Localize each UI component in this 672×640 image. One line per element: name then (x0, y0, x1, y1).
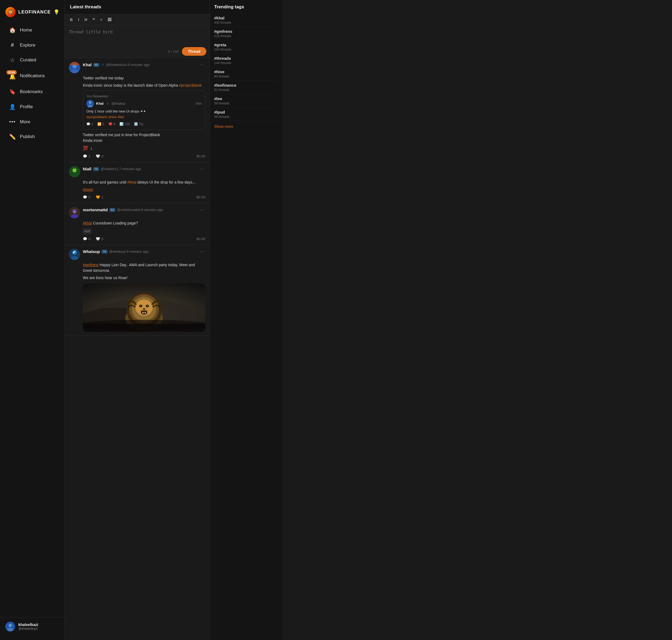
lightbulb-icon[interactable]: 💡 (54, 9, 59, 15)
sidebar-item-label: More (20, 119, 30, 125)
trending-item[interactable]: #gmfrens 216 threads (214, 27, 278, 40)
sidebar-item-label: Profile (20, 104, 33, 110)
svg-point-32 (147, 305, 148, 307)
compose-box: B I H ❝ ≡ 🖼 0 / 240 Thread (64, 14, 210, 58)
post-rep: 80 (93, 63, 99, 67)
trending-item[interactable]: #lpud 48 threads (214, 108, 278, 121)
sidebar-item-bookmarks[interactable]: 🔖 Bookmarks (3, 85, 62, 99)
tweet-time: 54m (196, 101, 202, 106)
like-button[interactable]: 🤍 0 (96, 154, 103, 158)
sidebar-item-label: Curated (20, 57, 36, 63)
trending-count: 216 threads (214, 34, 278, 38)
toolbar-heading[interactable]: H (82, 16, 89, 23)
sidebar-item-label: Publish (20, 134, 35, 140)
sidebar-item-home[interactable]: 🏠 Home (3, 23, 62, 37)
trending-count: 48 threads (214, 115, 278, 119)
toolbar-italic[interactable]: I (76, 16, 81, 23)
post-rep: 74 (93, 167, 99, 171)
cnt-image: ▪cnt (83, 228, 91, 234)
post-meta: Whatsup 76 @whatsup·9 minutes ago ··· (83, 249, 205, 254)
post-more-button[interactable]: ··· (199, 249, 205, 254)
sidebar-item-label: Home (20, 27, 32, 33)
khal-link[interactable]: #khal (127, 180, 136, 184)
comment-button[interactable]: 💬 1 (83, 154, 90, 158)
tweet-header: Khal ✓ @khalkaz 54m (86, 100, 202, 107)
sidebar-item-curated[interactable]: ☆ Curated (3, 53, 62, 67)
tweet-handle: @khalkaz (111, 101, 125, 106)
post-body: #gmfrens Happy Lion Day.. AMA and Launch… (83, 262, 205, 281)
toolbar-image[interactable]: 🖼 (105, 16, 114, 23)
svg-point-8 (89, 101, 91, 104)
trending-item[interactable]: #threads 144 threads (214, 54, 278, 67)
khal-tag[interactable]: #khal (83, 221, 92, 225)
post-meta-top: Whatsup 76 @whatsup·9 minutes ago ··· (83, 249, 205, 254)
trending-count: 144 threads (214, 61, 278, 65)
post-author: Khal (83, 62, 92, 67)
logo-icon: 🦁 (5, 7, 16, 17)
projectblank-link[interactable]: #projectblank (179, 83, 201, 87)
comment-button[interactable]: 💬 0 (83, 195, 90, 199)
toolbar-bold[interactable]: B (68, 16, 75, 23)
gmfrens-tag[interactable]: #gmfrens (83, 263, 99, 267)
post-rep: 53 (109, 208, 115, 212)
content-row: Latest threads B I H ❝ ≡ 🖼 0 / 240 Threa… (64, 0, 672, 640)
trending-item[interactable]: #khal 430 threads (214, 13, 278, 27)
trending-tag: #hive (214, 70, 278, 74)
thread-post: 🍀 Niall 74 @niallon11·7 minutes ago ··· (64, 162, 210, 203)
svg-point-38 (83, 320, 205, 331)
post-more-button[interactable]: ··· (199, 166, 205, 172)
sidebar-item-more[interactable]: ••• More (3, 115, 62, 129)
post-body: It's all fun and games until #khal delay… (83, 179, 205, 192)
user-info: khaleelkazi @khaleelkazi (18, 623, 38, 630)
trending-item[interactable]: #leofinance 81 threads (214, 81, 278, 94)
trending-item[interactable]: #hive 84 threads (214, 67, 278, 81)
post-actions: 💬 1 🤍 0 $0.00 (83, 154, 205, 158)
post-author: mortonmattd (83, 207, 108, 212)
show-more-button[interactable]: Show more (214, 122, 233, 131)
tweet-caption-1: Twitter verified me just in time for Pro… (83, 132, 205, 143)
post-value: $0.00 (196, 237, 205, 241)
logo-text: LEOFINANCE (18, 10, 51, 15)
niall-avatar: 🍀 (69, 166, 80, 177)
sidebar: 🦁 LEOFINANCE 💡 🏠 Home # Explore ☆ Curate… (0, 0, 64, 640)
like-button[interactable]: 🤍 0 (96, 237, 103, 241)
post-more-button[interactable]: ··· (199, 62, 205, 68)
trending-item[interactable]: #leo 58 threads (214, 94, 278, 108)
explore-icon: # (9, 42, 16, 48)
post-author: Niall (83, 166, 91, 171)
verified-icon: ✓ (101, 63, 104, 67)
trending-count: 430 threads (214, 21, 278, 25)
thread-submit-button[interactable]: Thread (182, 47, 206, 56)
post-handle-time: @whatsup·9 minutes ago (109, 249, 149, 253)
soon-tag[interactable]: #soon (83, 187, 93, 192)
post-more-button[interactable]: ··· (199, 207, 205, 213)
comment-button[interactable]: 💬 0 (83, 237, 90, 241)
mortonmattd-avatar: ⚔ (69, 207, 80, 218)
sidebar-item-explore[interactable]: # Explore (3, 38, 62, 52)
like-button[interactable]: 🧡 1 (96, 195, 103, 199)
sidebar-item-profile[interactable]: 👤 Profile (3, 100, 62, 114)
notification-badge: 8144 (6, 70, 17, 75)
comment-icon: 💬 (83, 195, 87, 199)
toolbar-list[interactable]: ≡ (98, 16, 104, 23)
sidebar-item-notifications[interactable]: 8144 🔔 Notifications (3, 68, 62, 84)
post-handle-time: @khaleelkazi·6 minutes ago (106, 63, 150, 67)
post-header: ⚔ mortonmattd 53 @m0rt0nmattd·9 minutes … (69, 207, 205, 218)
trending-tag: #khal (214, 16, 278, 20)
compose-input[interactable] (64, 25, 210, 44)
sidebar-item-label: Explore (20, 43, 35, 48)
sidebar-item-publish[interactable]: ✏️ Publish (3, 130, 62, 144)
toolbar-quote[interactable]: ❝ (90, 16, 97, 23)
post-header: 🍀 Niall 74 @niallon11·7 minutes ago ··· (69, 166, 205, 177)
feed-header: Latest threads (64, 0, 210, 14)
post-handle-time: @niallon11·7 minutes ago (101, 167, 141, 171)
whatsup-avatar: 🌊 (69, 249, 80, 260)
svg-text:🌊: 🌊 (73, 250, 77, 254)
main-content: Latest threads B I H ❝ ≡ 🖼 0 / 240 Threa… (64, 0, 672, 640)
svg-rect-6 (70, 62, 80, 65)
trending-item[interactable]: #greta 163 threads (214, 40, 278, 54)
post-author: Whatsup (83, 249, 100, 254)
trending-count: 81 threads (214, 88, 278, 92)
user-profile-footer[interactable]: khaleelkazi @khaleelkazi (0, 617, 64, 636)
post-meta-top: Niall 74 @niallon11·7 minutes ago ··· (83, 166, 205, 172)
